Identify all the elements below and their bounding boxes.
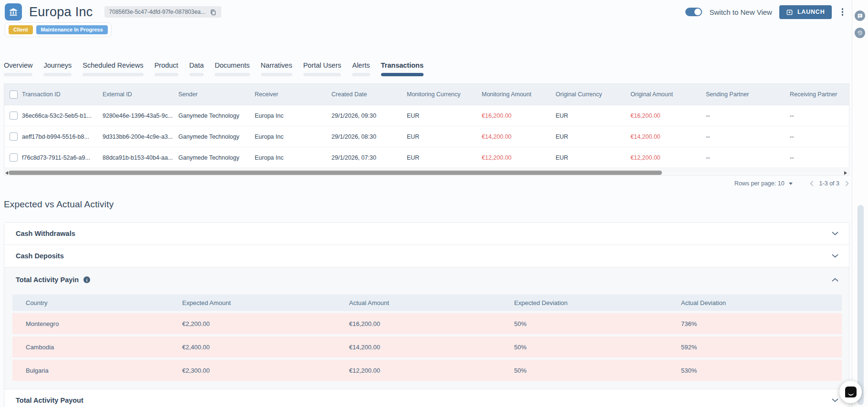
cell-receiving-partner: -- — [790, 105, 849, 126]
tab-journeys[interactable]: Journeys — [43, 61, 72, 76]
tab-transactions[interactable]: Transactions — [381, 61, 424, 76]
cell-sender: Ganymede Technology — [178, 126, 255, 147]
comments-button[interactable] — [855, 10, 865, 21]
accordion-body: CountryExpected AmountActual AmountExpec… — [4, 292, 849, 389]
column-header-receiver: Receiver — [255, 84, 331, 105]
tab-label: Portal Users — [303, 61, 341, 69]
launch-button[interactable]: LAUNCH — [779, 5, 832, 19]
inner-column-header-country: Country — [12, 295, 182, 311]
tab-underline — [381, 73, 424, 76]
tab-underline — [189, 73, 204, 76]
tab-underline — [83, 73, 143, 76]
cell-sender: Ganymede Technology — [178, 147, 255, 168]
accordion-section-cash-deposits: Cash Deposits — [4, 244, 849, 267]
table-row: 36ec66ca-53c2-5eb5-b1...9280e46e-1396-43… — [4, 105, 849, 126]
top-bar: Europa Inc 70856f3e-5c47-4dfd-97fe-08780… — [5, 3, 846, 21]
accordion-header-total-activity-payin[interactable]: Total Activity Payini — [4, 267, 849, 292]
accordion-header-total-activity-payout[interactable]: Total Activity Payout — [4, 389, 849, 407]
cell-receiver: Europa Inc — [255, 105, 331, 126]
select-all-checkbox[interactable] — [10, 91, 18, 99]
right-rail — [852, 0, 868, 407]
vertical-scrollbar-thumb[interactable] — [858, 205, 864, 405]
tab-narratives[interactable]: Narratives — [261, 61, 292, 76]
row-checkbox[interactable] — [10, 132, 18, 141]
tab-underline — [352, 73, 370, 76]
column-header-sender: Sender — [178, 84, 255, 105]
accordion-section-total-activity-payout: Total Activity Payout — [4, 389, 849, 407]
scroll-left-arrow-icon[interactable] — [5, 171, 8, 175]
cell-receiver: Europa Inc — [255, 126, 331, 147]
inner-cell-actual-deviation: 736% — [681, 313, 842, 334]
inner-cell-expected-amount: €2,400.00 — [182, 336, 349, 357]
tab-documents[interactable]: Documents — [215, 61, 249, 76]
inner-cell-actual-amount: €14,200.00 — [349, 336, 514, 357]
cell-monitoring-amount: €16,200.00 — [482, 105, 556, 126]
history-button[interactable] — [855, 28, 865, 38]
accordion-label: Cash Deposits — [16, 252, 64, 260]
deviation-row: Montenegro€2,200.00€16,200.0050%736% — [12, 313, 842, 334]
switch-view-toggle[interactable] — [685, 8, 702, 16]
tab-alerts[interactable]: Alerts — [352, 61, 370, 76]
chat-launcher-button[interactable] — [839, 381, 862, 403]
chevron-down-icon — [832, 232, 838, 235]
horizontal-scrollbar[interactable] — [4, 170, 849, 176]
inner-cell-expected-deviation: 50% — [514, 360, 681, 381]
kebab-menu-icon[interactable] — [839, 6, 847, 18]
cell-monitoring-currency: EUR — [407, 126, 482, 147]
status-badges: ClientMaintenance In Progress — [5, 22, 112, 37]
column-header-external-id: External ID — [103, 84, 178, 105]
horizontal-scrollbar-thumb[interactable] — [9, 171, 662, 175]
accordion-label: Total Activity Payout — [16, 397, 83, 404]
accordion-header-cash-withdrawals[interactable]: Cash Withdrawals — [4, 223, 849, 244]
table-row: f76c8d73-7911-52a6-a9...88dca91b-b153-40… — [4, 147, 849, 168]
column-header-original-amount: Original Amount — [630, 84, 706, 105]
cell-external-id: 9d313bb6-200e-4c9e-a3... — [103, 126, 178, 147]
next-page-button[interactable] — [845, 181, 849, 186]
deviation-row: Bulgaria€2,300.00€12,200.0050%530% — [12, 360, 842, 381]
row-checkbox[interactable] — [10, 112, 18, 120]
tab-bar: Overview Journeys Scheduled Reviews Prod… — [4, 61, 424, 76]
top-actions: Switch to New View LAUNCH — [685, 5, 846, 19]
copy-icon[interactable] — [210, 9, 217, 16]
rows-per-page-select[interactable]: Rows per page: 10 — [734, 180, 793, 187]
tab-label: Documents — [215, 61, 249, 69]
cell-sending-partner: -- — [706, 147, 790, 168]
entity-id: 70856f3e-5c47-4dfd-97fe-087803ea... — [109, 9, 206, 15]
tab-scheduled-reviews[interactable]: Scheduled Reviews — [83, 61, 143, 76]
tab-product[interactable]: Product — [155, 61, 178, 76]
launch-label: LAUNCH — [797, 9, 825, 15]
previous-page-button[interactable] — [810, 181, 814, 186]
toggle-knob — [694, 9, 701, 15]
tab-overview[interactable]: Overview — [4, 61, 32, 76]
info-icon[interactable]: i — [83, 276, 90, 283]
tab-label: Journeys — [43, 61, 72, 69]
cell-monitoring-currency: EUR — [407, 147, 482, 168]
column-header-original-currency: Original Currency — [556, 84, 630, 105]
tab-underline — [43, 73, 72, 76]
scroll-right-arrow-icon[interactable] — [844, 171, 847, 175]
tab-label: Alerts — [352, 61, 370, 69]
activity-accordion: Cash Withdrawals Cash Deposits Total Act… — [4, 222, 849, 407]
tab-label: Narratives — [261, 61, 292, 69]
inner-column-header-expected-amount: Expected Amount — [182, 295, 349, 311]
tab-portal-users[interactable]: Portal Users — [303, 61, 341, 76]
entity-id-chip: 70856f3e-5c47-4dfd-97fe-087803ea... — [104, 6, 221, 18]
inner-column-header-actual-amount: Actual Amount — [349, 295, 514, 311]
tab-underline — [215, 73, 249, 76]
cell-original-amount: €14,200.00 — [630, 126, 706, 147]
accordion-label: Total Activity Payin — [16, 276, 79, 284]
badge-maintenance-in-progress: Maintenance In Progress — [36, 25, 108, 34]
inner-cell-expected-amount: €2,300.00 — [182, 360, 349, 381]
tab-data[interactable]: Data — [189, 61, 204, 76]
accordion-header-cash-deposits[interactable]: Cash Deposits — [4, 245, 849, 267]
cell-transaction-id: f76c8d73-7911-52a6-a9... — [22, 147, 103, 168]
pagination: Rows per page: 10 1-3 of 3 — [734, 180, 849, 187]
page-title: Europa Inc — [29, 5, 93, 20]
row-checkbox[interactable] — [10, 153, 18, 162]
cell-created-date: 29/1/2026, 09:30 — [331, 105, 407, 126]
column-header-transaction-id: Transaction ID — [22, 84, 103, 105]
chat-icon — [845, 387, 857, 397]
inner-column-header-actual-deviation: Actual Deviation — [681, 295, 842, 311]
tab-underline — [261, 73, 292, 76]
tab-label: Scheduled Reviews — [83, 61, 143, 69]
